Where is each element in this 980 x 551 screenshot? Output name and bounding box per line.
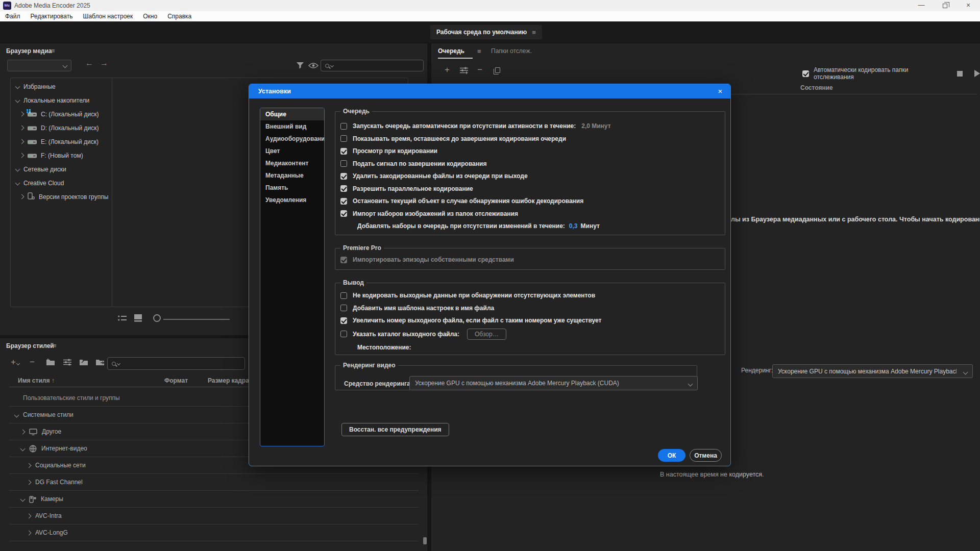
media-browser-menu-icon[interactable]: ≡ (51, 47, 55, 55)
restore-warnings-button[interactable]: Восстан. все предупреждения (341, 423, 449, 436)
pref-stop-on-decode-errors[interactable]: Остановить текущий объект в случае обнар… (335, 195, 725, 208)
preset-row-dg-fast-channel[interactable]: DG Fast Channel (9, 474, 419, 491)
renderer-dropdown[interactable]: Ускорение GPU с помощью механизма Adobe … (772, 364, 973, 378)
chevron-right-icon (19, 194, 24, 199)
tree-item-local-drives[interactable]: Локальные накопители (16, 93, 89, 107)
pref-increment-file-name[interactable]: Увеличить номер выходного файла, если фа… (335, 314, 725, 327)
column-header-frame-size[interactable]: Размер кадра (208, 377, 249, 384)
preset-search-input[interactable] (107, 357, 245, 370)
pref-skip-missing-items[interactable]: Не кодировать выходные данные при обнару… (335, 289, 725, 302)
workspace-selector[interactable]: Рабочая среда по умолчанию ≡ (430, 25, 542, 39)
scrollbar-thumb[interactable] (423, 537, 427, 544)
add-preset-button[interactable]: + (11, 357, 19, 367)
add-source-button[interactable]: + (445, 65, 450, 75)
filter-icon[interactable] (296, 61, 304, 69)
thumbnail-view-icon[interactable] (134, 314, 142, 322)
pref-append-preset-name[interactable]: Добавить имя шаблона настроек в имя файл… (335, 302, 725, 315)
tree-item-drive-c[interactable]: C: (Локальный диск) (20, 107, 99, 121)
import-preset-icon[interactable] (79, 359, 88, 366)
menu-window[interactable]: Окно (138, 11, 162, 21)
checkbox[interactable] (340, 317, 347, 324)
dialog-close-button[interactable]: × (715, 86, 725, 96)
nav-item-color[interactable]: Цвет (260, 145, 324, 157)
eye-icon[interactable] (308, 62, 318, 69)
minimize-button[interactable]: — (910, 0, 933, 11)
browse-button[interactable]: Обзор… (467, 329, 506, 340)
pref-show-remaining-time[interactable]: Показывать время, оставшееся до завершен… (335, 133, 725, 145)
cancel-button[interactable]: Отмена (690, 449, 722, 462)
checkbox[interactable] (340, 123, 347, 130)
queue-menu-icon[interactable]: ≡ (477, 47, 481, 55)
pref-parallel-encoding[interactable]: Разрешить параллельное кодирование (335, 183, 725, 195)
column-header-name[interactable]: Имя стиля ↑ (18, 377, 55, 384)
remove-preset-button[interactable]: − (30, 357, 35, 367)
close-button[interactable]: × (957, 0, 980, 11)
preset-settings-icon[interactable] (63, 359, 71, 366)
nav-item-appearance[interactable]: Внешний вид (260, 120, 324, 133)
media-browser-dropdown[interactable] (7, 60, 71, 71)
add-output-icon[interactable] (460, 67, 468, 74)
tab-watch-folders[interactable]: Папки отслеж. (491, 47, 532, 55)
pref-chime-on-finish[interactable]: Подать сигнал по завершении кодирования (335, 158, 725, 170)
ok-button[interactable]: ОК (658, 449, 685, 462)
new-group-folder-icon[interactable] (46, 359, 55, 366)
start-queue-icon[interactable] (974, 70, 980, 77)
preset-row-avc-longg[interactable]: AVC-LongG (9, 524, 419, 541)
zoom-slider-track[interactable] (163, 319, 230, 320)
pref-specify-output-folder[interactable]: Указать каталог выходного файла: Обзор… (335, 327, 725, 341)
checkbox[interactable] (340, 148, 347, 155)
preset-row-cameras[interactable]: Камеры (9, 491, 419, 508)
tree-item-team-projects[interactable]: Версии проектов группы (20, 190, 108, 204)
column-header-format[interactable]: Формат (164, 377, 188, 384)
menu-preset[interactable]: Шаблон настроек (78, 11, 138, 21)
tree-divider[interactable] (112, 78, 112, 307)
tree-item-creative-cloud[interactable]: Creative Cloud (16, 176, 64, 190)
nav-item-memory[interactable]: Память (260, 182, 324, 194)
checkbox[interactable] (340, 198, 347, 205)
checkbox[interactable] (340, 160, 347, 167)
watch-delay-value[interactable]: 0,3 (569, 222, 578, 230)
menu-help[interactable]: Справка (162, 11, 197, 21)
menu-file[interactable]: Файл (0, 11, 26, 21)
nav-item-metadata[interactable]: Метаданные (260, 169, 324, 182)
checkbox[interactable] (340, 210, 347, 217)
nav-item-general[interactable]: Общие (260, 108, 324, 120)
export-preset-icon[interactable] (95, 359, 105, 366)
nav-item-media[interactable]: Медиаконтент (260, 157, 324, 169)
renderer-select[interactable]: Ускорение GPU с помощью механизма Adobe … (409, 376, 698, 390)
restore-button[interactable] (933, 0, 957, 11)
forward-arrow-button[interactable]: → (100, 59, 108, 68)
zoom-slider-knob[interactable] (153, 314, 161, 322)
pref-preview-while-encoding[interactable]: Просмотр при кодировании (335, 145, 725, 158)
tree-item-drive-f[interactable]: F: (Новый том) (20, 148, 83, 162)
pref-import-image-sequences[interactable]: Импорт наборов изображений из папок отсл… (335, 208, 725, 220)
preset-row-avc-intra[interactable]: AVC-Intra (9, 508, 419, 524)
checkbox[interactable] (340, 292, 347, 299)
checkbox[interactable] (340, 305, 347, 311)
tab-queue[interactable]: Очередь (438, 47, 464, 55)
workspace-menu-icon[interactable]: ≡ (532, 29, 536, 36)
checkbox[interactable] (340, 135, 347, 142)
checkbox[interactable] (340, 331, 347, 337)
state-column-header[interactable]: Состояние (800, 84, 833, 91)
dialog-header[interactable]: Установки × (249, 84, 730, 98)
tree-item-favorites[interactable]: Избранные (16, 80, 56, 93)
media-search-input[interactable] (321, 60, 424, 71)
tree-item-drive-d[interactable]: D: (Локальный диск) (20, 121, 99, 135)
pref-auto-start-queue[interactable]: Запускать очередь автоматически при отсу… (335, 120, 725, 133)
pref-remove-encoded-files[interactable]: Удалить закодированные файлы из очереди … (335, 170, 725, 183)
tree-item-network-drives[interactable]: Сетевые диски (16, 162, 66, 176)
checkbox[interactable] (340, 185, 347, 192)
tree-item-drive-e[interactable]: E: (Локальный диск) (20, 135, 99, 148)
stop-queue-icon[interactable] (957, 71, 963, 77)
remove-button[interactable]: − (477, 65, 482, 75)
auto-encode-checkbox[interactable] (802, 70, 809, 77)
preset-browser-menu-icon[interactable]: ≡ (53, 342, 57, 349)
nav-item-notifications[interactable]: Уведомления (260, 194, 324, 206)
nav-item-audio-hardware[interactable]: Аудиооборудование (260, 133, 324, 145)
list-view-icon[interactable] (118, 315, 127, 322)
checkbox[interactable] (340, 173, 347, 180)
menu-edit[interactable]: Редактировать (26, 11, 78, 21)
duplicate-icon[interactable] (495, 67, 500, 73)
back-arrow-button[interactable]: ← (85, 59, 93, 68)
